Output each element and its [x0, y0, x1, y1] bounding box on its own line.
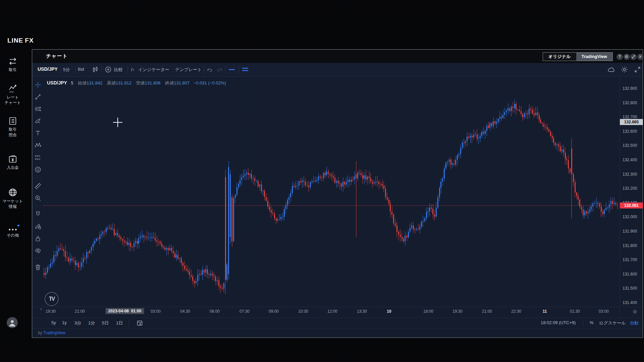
xabcd-pattern-tool[interactable]: [32, 141, 44, 149]
templates-button[interactable]: テンプレート: [175, 67, 202, 73]
fullscreen-button[interactable]: [634, 66, 641, 73]
time-label: 18:00: [423, 309, 433, 314]
panel-footer: [32, 328, 643, 338]
time-label: 19:30: [452, 309, 463, 314]
open-label: 始値: [78, 80, 87, 85]
notification-dot: [17, 225, 19, 227]
redo-button[interactable]: [216, 67, 223, 73]
interval-button[interactable]: 5分: [63, 67, 70, 73]
chart-style-button[interactable]: [91, 66, 99, 74]
low-label: 安値: [136, 80, 145, 85]
auto-scale-button[interactable]: 自動: [630, 320, 639, 326]
text-tool[interactable]: [32, 129, 44, 137]
price-line-tool-button[interactable]: [229, 69, 235, 70]
xabcd-pattern-icon: [34, 142, 42, 147]
projection-tool[interactable]: [32, 154, 44, 161]
legend-symbol[interactable]: USD/JPY: [47, 80, 67, 85]
compare-button[interactable]: [105, 66, 112, 73]
change-value: −0.031 (−0.02%): [194, 80, 226, 85]
close-label: 終値: [165, 80, 174, 85]
trend-line-tool[interactable]: [32, 93, 44, 101]
sidebar-item-取引照会[interactable]: 取引照会: [0, 117, 25, 137]
remove-all-icon: [34, 264, 42, 269]
tab-original[interactable]: オリジナル: [543, 53, 576, 61]
plus-circle-icon: [105, 66, 112, 73]
go-to-date-button[interactable]: [136, 319, 143, 326]
hide-all-tool[interactable]: [32, 247, 44, 254]
globe-icon: [0, 188, 25, 197]
crosshair-tool[interactable]: [32, 81, 44, 88]
sidebar-item-label: 入出金: [0, 165, 25, 170]
magnet-tool[interactable]: [32, 210, 44, 218]
indicators-button[interactable]: インジケーター: [138, 67, 169, 73]
sidebar-item-入出金[interactable]: 入出金: [0, 155, 25, 170]
undo-button[interactable]: [206, 67, 213, 73]
clock-label[interactable]: 18:02:09 (UTC+9): [541, 320, 576, 325]
session-sun-button[interactable]: [632, 308, 638, 315]
by-text: by: [38, 330, 42, 335]
toolbar-separator: [225, 66, 226, 74]
sidebar-item-マーケット情報[interactable]: マーケット情報: [0, 188, 25, 209]
chart-toolbar: [32, 63, 643, 77]
compare-label[interactable]: 比較: [114, 67, 123, 73]
sidebar-item-取引[interactable]: 取引: [0, 57, 25, 72]
range-button-1分[interactable]: 1分: [88, 320, 95, 326]
price-tick: 131.900: [623, 229, 642, 234]
sidebar-item-label: マーケット: [0, 198, 25, 204]
sidebar-item-label: レート: [0, 95, 25, 100]
low-value: 131.806: [145, 80, 161, 85]
time-label: 01:30: [570, 309, 580, 314]
settings-button[interactable]: ⚙: [624, 54, 630, 60]
sidebar-item-その他[interactable]: その他: [0, 228, 25, 238]
zoom-in-tool[interactable]: [32, 194, 44, 202]
emoji-tool[interactable]: [32, 166, 44, 173]
fx-icon[interactable]: ƒx: [131, 67, 135, 72]
range-button-1y[interactable]: 1y: [62, 320, 67, 325]
help-button[interactable]: ?: [616, 54, 623, 60]
tradingview-link[interactable]: TradingView: [43, 330, 65, 335]
range-button-3分[interactable]: 3分: [74, 320, 81, 326]
chart-settings-button[interactable]: [621, 66, 628, 73]
redo-icon: [216, 67, 223, 73]
last-price-line: [43, 205, 619, 206]
candlestick-icon: [91, 66, 99, 74]
sidebar-item-レートチャート[interactable]: レートチャート: [0, 84, 25, 105]
drawing-toolbar-separator: [34, 258, 42, 258]
remove-all-tool[interactable]: [32, 263, 44, 271]
parallel-lines-tool-button[interactable]: [242, 68, 248, 71]
logo-fx-text: FX: [25, 37, 34, 44]
price-tick: 131.500: [623, 286, 642, 291]
tradingview-watermark-logo[interactable]: TV: [45, 292, 59, 306]
price-type-button[interactable]: Bid: [78, 67, 84, 72]
sidebar-item-label: 情報: [0, 204, 25, 209]
save-cloud-button[interactable]: [607, 66, 615, 73]
close-button[interactable]: ✕: [637, 54, 644, 60]
log-scale-button[interactable]: ログスケール: [599, 320, 626, 326]
popout-button[interactable]: ⤢: [630, 54, 637, 60]
time-label: 07:30: [239, 309, 250, 314]
user-avatar[interactable]: [7, 317, 18, 328]
lock-all-tool[interactable]: [32, 235, 44, 242]
horizontal-line-tool[interactable]: [32, 105, 44, 113]
range-button-5y[interactable]: 5y: [51, 320, 56, 325]
drawing-mode-tool[interactable]: [32, 223, 44, 230]
toolbar-separator: [101, 66, 102, 74]
time-axis-divider: [32, 307, 643, 307]
tab-tradingview[interactable]: TradingView: [576, 53, 612, 61]
toolbar-separator: [60, 66, 61, 74]
symbol-button[interactable]: USD/JPY: [38, 66, 58, 72]
wallet-yen-icon: [0, 155, 25, 164]
time-label: 21:00: [482, 309, 492, 314]
drawing-toolbar-separator: [34, 178, 42, 178]
percent-scale-button[interactable]: %: [590, 320, 594, 325]
collapse-toolbar-icon[interactable]: ‹: [40, 306, 42, 311]
time-day-label: 11: [543, 309, 547, 314]
chart-mode-tabs: オリジナル TradingView: [543, 52, 613, 61]
last-price-label: 132.081: [620, 202, 643, 208]
order-list-icon: [0, 117, 25, 125]
candlestick-chart[interactable]: [43, 77, 619, 307]
ruler-tool[interactable]: [32, 182, 44, 190]
brush-tool[interactable]: [32, 117, 44, 125]
range-button-5日[interactable]: 5日: [102, 320, 109, 326]
range-button-1日[interactable]: 1日: [116, 320, 123, 326]
